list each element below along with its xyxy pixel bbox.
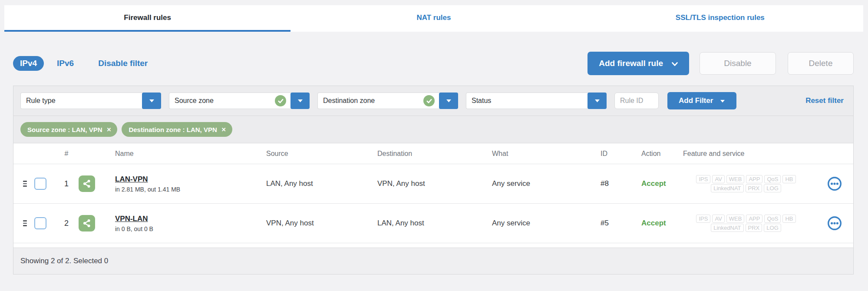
dropdown-value: Destination zone: [317, 93, 440, 109]
filter-dropdown-status[interactable]: Status: [466, 93, 607, 109]
filter-chip[interactable]: Source zone : LAN, VPN✕: [20, 122, 117, 137]
add-filter-button[interactable]: Add Filter: [667, 92, 736, 109]
dropdown-value: Status: [466, 93, 588, 109]
column-header-feature-and-service: Feature and service: [683, 150, 809, 158]
feature-badge-hb: HB: [782, 175, 795, 183]
chevron-down-icon[interactable]: [439, 93, 458, 109]
add-filter-label: Add Filter: [679, 96, 713, 105]
filter-dropdowns: Rule typeSource zoneDestination zoneStat…: [20, 93, 614, 109]
row-actions-ellipsis-button[interactable]: [827, 176, 842, 191]
showing-status-text: Showing 2 of 2. Selected 0: [20, 257, 108, 265]
feature-badge-ips: IPS: [696, 175, 710, 183]
dropdown-label: Source zone: [175, 97, 214, 105]
delete-button[interactable]: Delete: [788, 52, 854, 75]
chevron-down-icon: [672, 59, 678, 68]
ipv4-toggle[interactable]: IPv4: [13, 56, 44, 71]
add-firewall-rule-label: Add firewall rule: [599, 59, 663, 68]
rule-name-link[interactable]: LAN-VPN: [115, 175, 148, 184]
feature-badge-hb: HB: [782, 215, 795, 223]
rule-id: #8: [583, 179, 631, 188]
rule-id-input[interactable]: [614, 93, 659, 109]
feature-badge-prx: PRX: [746, 224, 762, 232]
feature-badge-web: WEB: [726, 175, 745, 183]
dropdown-label: Destination zone: [323, 97, 375, 105]
feature-badge-line: LinkedNATPRXLOG: [683, 224, 809, 232]
column-header-what: What: [492, 150, 583, 158]
feature-badge-av: AV: [712, 215, 724, 223]
dropdown-label: Rule type: [26, 97, 56, 105]
tab-firewall-rules[interactable]: Firewall rules: [4, 5, 290, 32]
feature-badge-qos: QoS: [764, 215, 781, 223]
feature-badge-linkednat: LinkedNAT: [711, 184, 743, 192]
table-spacer: [13, 243, 853, 248]
table-row: 2VPN-LANin 0 B, out 0 BVPN, Any hostLAN,…: [13, 204, 853, 243]
remove-chip-icon[interactable]: ✕: [221, 127, 226, 132]
table-footer: Showing 2 of 2. Selected 0: [13, 248, 853, 274]
reset-filter-link[interactable]: Reset filter: [805, 96, 844, 105]
tab-bar: Firewall rulesNAT rulesSSL/TLS inspectio…: [4, 5, 863, 32]
column-header-id: ID: [583, 150, 631, 158]
feature-badge-av: AV: [712, 175, 724, 183]
feature-badge-line: LinkedNATPRXLOG: [683, 184, 809, 192]
feature-badge-log: LOG: [764, 224, 781, 232]
rule-name-link[interactable]: VPN-LAN: [115, 215, 148, 223]
rule-name-cell: VPN-LANin 0 B, out 0 B: [110, 215, 266, 232]
dropdown-value: Source zone: [169, 93, 291, 109]
rule-source: VPN, Any host: [266, 219, 377, 228]
dropdown-value: Rule type: [20, 93, 143, 109]
row-number: 1: [54, 179, 79, 188]
chevron-down-icon[interactable]: [587, 93, 607, 109]
dropdown-label: Status: [472, 97, 491, 105]
feature-badges: IPSAVWEBAPPQoSHBLinkedNATPRXLOG: [683, 174, 809, 193]
row-number: 2: [54, 219, 79, 228]
rule-service: Any service: [492, 179, 583, 188]
feature-badge-linkednat: LinkedNAT: [711, 224, 743, 232]
rule-action-accept: Accept: [631, 179, 683, 188]
filter-dropdown-rule-type[interactable]: Rule type: [20, 93, 161, 109]
filter-applied-check-icon: [275, 95, 286, 106]
add-firewall-rule-button[interactable]: Add firewall rule: [587, 52, 689, 75]
column-header-action: Action: [631, 150, 683, 158]
feature-badge-line: IPSAVWEBAPPQoSHB: [683, 215, 809, 223]
row-checkbox[interactable]: [34, 217, 46, 229]
chevron-down-icon[interactable]: [142, 93, 161, 109]
toolbar: IPv4 IPv6 Disable filter Add firewall ru…: [13, 52, 854, 75]
column-header-name: Name: [110, 150, 266, 158]
column-header-: #: [54, 150, 79, 158]
drag-handle-icon[interactable]: [23, 220, 27, 226]
remove-chip-icon[interactable]: ✕: [107, 127, 112, 132]
toolbar-actions: Add firewall rule Disable Delete: [587, 52, 854, 75]
table-row: 1LAN-VPNin 2.81 MB, out 1.41 MBLAN, Any …: [13, 164, 853, 204]
filter-dropdown-destination-zone[interactable]: Destination zone: [317, 93, 458, 109]
row-actions-ellipsis-button[interactable]: [827, 216, 842, 231]
share-rule-icon: [79, 175, 95, 192]
chevron-down-icon: [720, 96, 725, 105]
rule-source: LAN, Any host: [266, 179, 377, 188]
feature-badge-app: APP: [746, 175, 762, 183]
chevron-down-icon[interactable]: [290, 93, 310, 109]
disable-button[interactable]: Disable: [700, 52, 776, 75]
rule-action-accept: Accept: [631, 219, 683, 228]
table-header: #NameSourceDestinationWhatIDActionFeatur…: [13, 143, 853, 164]
feature-badge-log: LOG: [764, 184, 781, 192]
filter-applied-check-icon: [423, 95, 435, 106]
drag-handle-icon[interactable]: [23, 181, 27, 187]
firewall-rules-panel: Rule typeSource zoneDestination zoneStat…: [13, 86, 854, 274]
disable-filter-link[interactable]: Disable filter: [98, 59, 148, 68]
rule-traffic-text: in 2.81 MB, out 1.41 MB: [115, 186, 266, 193]
active-filter-chips: Source zone : LAN, VPN✕Destination zone …: [13, 116, 853, 143]
column-header-source: Source: [266, 150, 377, 158]
feature-badge-prx: PRX: [746, 184, 762, 192]
row-checkbox[interactable]: [34, 178, 46, 190]
filter-chip[interactable]: Destination zone : LAN, VPN✕: [122, 122, 232, 137]
rule-id: #5: [583, 219, 631, 228]
ipv6-toggle[interactable]: IPv6: [57, 59, 74, 68]
filter-bar: Rule typeSource zoneDestination zoneStat…: [13, 86, 853, 116]
filter-dropdown-source-zone[interactable]: Source zone: [169, 93, 310, 109]
filter-chip-label: Destination zone : LAN, VPN: [129, 126, 217, 133]
tab-ssl-tls-inspection-rules[interactable]: SSL/TLS inspection rules: [577, 5, 863, 32]
share-rule-icon: [79, 215, 95, 231]
feature-badge-qos: QoS: [764, 175, 781, 183]
rule-destination: LAN, Any host: [377, 219, 492, 228]
tab-nat-rules[interactable]: NAT rules: [290, 5, 577, 32]
